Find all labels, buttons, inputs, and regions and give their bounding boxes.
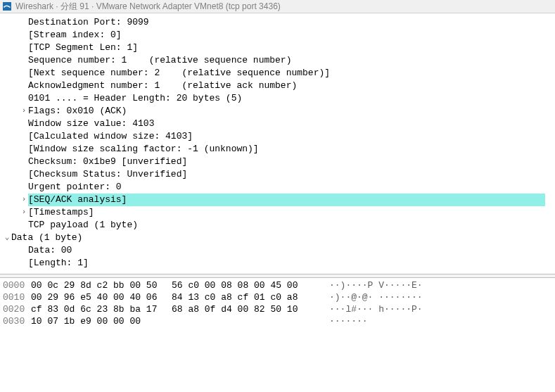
hex-row[interactable]: 0000 00 0c 29 8d c2 bb 00 50 56 c0 00 08… [0, 279, 555, 291]
hex-bytes [172, 315, 329, 327]
detail-row[interactable]: [Checksum Status: Unverified] [0, 168, 555, 181]
detail-row[interactable]: Acknowledgment number: 1 (relative ack n… [0, 80, 555, 92]
hex-offset: 0000 [0, 279, 31, 291]
hex-offset: 0030 [0, 315, 31, 327]
chevron-right-icon[interactable]: › [20, 206, 28, 219]
detail-row[interactable]: [TCP Segment Len: 1] [0, 42, 555, 54]
chevron-right-icon[interactable]: › [20, 194, 28, 206]
hex-row[interactable]: 0030 10 07 1b e9 00 00 00 ······· [0, 315, 555, 327]
hex-bytes: 00 29 96 e5 40 00 40 06 [31, 291, 172, 303]
detail-row-data[interactable]: ⌄Data (1 byte) [0, 232, 555, 244]
hex-ascii: ··)····P V·····E· [329, 279, 423, 291]
packet-details-pane[interactable]: Destination Port: 9099 [Stream index: 0]… [0, 13, 555, 274]
detail-row[interactable]: Checksum: 0x1be9 [unverified] [0, 156, 555, 168]
detail-row[interactable]: Window size value: 4103 [0, 118, 555, 130]
hex-bytes: 84 13 c0 a8 cf 01 c0 a8 [172, 291, 329, 303]
detail-row[interactable]: [Window size scaling factor: -1 (unknown… [0, 143, 555, 156]
hex-bytes: 10 07 1b e9 00 00 00 [31, 315, 172, 327]
packet-bytes-pane[interactable]: 0000 00 0c 29 8d c2 bb 00 50 56 c0 00 08… [0, 278, 555, 329]
detail-row[interactable]: [Calculated window size: 4103] [0, 130, 555, 143]
hex-ascii: ·)··@·@· ········ [329, 291, 423, 303]
hex-bytes: cf 83 0d 6c 23 8b ba 17 [31, 303, 172, 315]
chevron-down-icon[interactable]: ⌄ [3, 232, 11, 244]
detail-row[interactable]: Data: 00 [0, 244, 555, 257]
detail-row[interactable]: [Next sequence number: 2 (relative seque… [0, 67, 555, 80]
detail-row[interactable]: [Stream index: 0] [0, 29, 555, 42]
hex-offset: 0010 [0, 291, 31, 303]
hex-bytes: 68 a8 0f d4 00 82 50 10 [172, 303, 329, 315]
detail-row[interactable]: [Length: 1] [0, 257, 555, 270]
hex-ascii: ······· [329, 315, 368, 327]
wireshark-icon [3, 2, 11, 11]
detail-row[interactable]: Sequence number: 1 (relative sequence nu… [0, 54, 555, 67]
chevron-right-icon[interactable]: › [20, 105, 28, 118]
detail-row-seqack[interactable]: ›[SEQ/ACK analysis] [0, 194, 555, 206]
detail-row[interactable]: 0101 .... = Header Length: 20 bytes (5) [0, 92, 555, 105]
hex-ascii: ···l#··· h·····P· [329, 303, 423, 315]
window-title: Wireshark · 分组 91 · VMware Network Adapt… [15, 1, 281, 13]
detail-row-timestamps[interactable]: ›[Timestamps] [0, 206, 555, 219]
hex-offset: 0020 [0, 303, 31, 315]
detail-row-flags[interactable]: ›Flags: 0x010 (ACK) [0, 105, 555, 118]
detail-row[interactable]: Urgent pointer: 0 [0, 181, 555, 194]
hex-bytes: 00 0c 29 8d c2 bb 00 50 [31, 279, 172, 291]
hex-row[interactable]: 0010 00 29 96 e5 40 00 40 06 84 13 c0 a8… [0, 291, 555, 303]
hex-row[interactable]: 0020 cf 83 0d 6c 23 8b ba 17 68 a8 0f d4… [0, 303, 555, 315]
detail-row[interactable]: TCP payload (1 byte) [0, 219, 555, 232]
window-titlebar: Wireshark · 分组 91 · VMware Network Adapt… [0, 0, 555, 13]
detail-row[interactable]: Destination Port: 9099 [0, 16, 555, 29]
hex-bytes: 56 c0 00 08 08 00 45 00 [172, 279, 329, 291]
